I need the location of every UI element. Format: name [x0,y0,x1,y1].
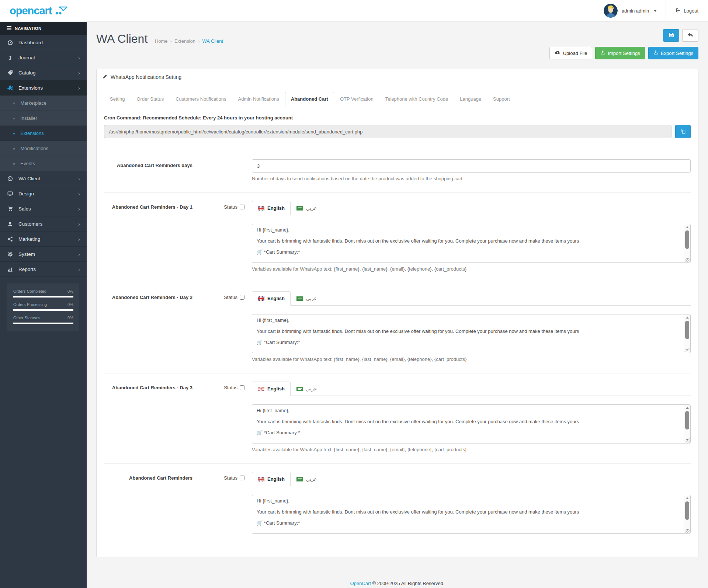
import-settings-label: Import Settings [608,51,640,56]
tab-customers-notifications[interactable]: Customers Notifications [170,92,232,106]
language-tab-bar: English عربي [252,201,691,215]
tab-lang-arabic[interactable]: عربي [291,472,323,486]
import-settings-button[interactable]: Import Settings [595,47,645,59]
status-checkbox-day1[interactable] [240,205,244,209]
tab-lang-english[interactable]: English [252,472,291,486]
cart-icon [7,206,13,212]
tab-lang-english[interactable]: English [252,382,291,396]
lang-tab-label: عربي [306,205,317,211]
logout-button[interactable]: Logout [666,0,708,21]
export-settings-button[interactable]: Export Settings [648,47,698,59]
lang-tab-label: English [267,296,285,301]
resize-grip[interactable] [686,348,690,352]
sidebar-subitem-marketplace[interactable]: » Marketplace [0,95,87,111]
tab-language[interactable]: Language [454,92,487,106]
tab-setting[interactable]: Setting [104,92,131,106]
tab-order-status[interactable]: Order Status [131,92,170,106]
user-menu[interactable]: admin admin [595,0,666,21]
tab-lang-english[interactable]: English [252,201,291,215]
tab-abandoned-cart[interactable]: Abandoned Cart [285,92,334,106]
sidebar-subitem-extensions[interactable]: » Extensions [0,126,87,141]
back-button[interactable] [682,29,698,42]
scrollbar-thumb[interactable] [685,501,689,520]
resize-grip[interactable] [686,258,690,262]
sidebar-item-design[interactable]: Design › [0,186,87,201]
message-textarea-day1[interactable]: Hi {first_name}, Your cart is brimming w… [252,224,691,263]
settings-tab-bar: Setting Order Status Customers Notificat… [104,92,691,106]
tab-lang-english[interactable]: English [252,291,291,306]
sidebar-item-system[interactable]: System › [0,247,87,262]
tab-otp-verfication[interactable]: OTP Verfication [334,92,379,106]
sidebar-item-label: Dashboard [18,40,43,45]
sidebar-item-sales[interactable]: Sales › [0,201,87,216]
sidebar-nav-title: NAVIGATION [15,26,41,31]
sidebar-item-label: Journal [18,55,35,60]
tab-lang-arabic[interactable]: عربي [291,382,323,396]
opencart-footer-link[interactable]: OpenCart [350,581,371,586]
scrollbar[interactable] [684,405,690,443]
scrollbar-thumb[interactable] [685,321,689,339]
sidebar-item-label: Customers [18,221,42,227]
tab-telephone-country-code[interactable]: Telephone with Country Code [379,92,454,106]
scrollbar[interactable] [684,225,690,262]
sidebar-item-reports[interactable]: Reports › [0,262,87,277]
sidebar-item-dashboard[interactable]: Dashboard [0,35,87,50]
scroll-up-arrow[interactable] [684,495,690,501]
stat-label: Orders Completed [13,289,46,293]
tab-lang-arabic[interactable]: عربي [291,291,323,306]
chevron-right-icon: › [78,221,80,227]
sidebar-item-wa-client[interactable]: WA Client › [0,171,87,186]
status-checkbox-general[interactable] [240,476,244,480]
status-checkbox-day3[interactable] [240,385,244,390]
scroll-up-arrow[interactable] [684,225,690,230]
sidebar-item-customers[interactable]: Customers › [0,216,87,232]
breadcrumb-extension[interactable]: Extension [174,38,195,44]
breadcrumb-wa-client[interactable]: WA Client [202,38,223,44]
sidebar-subitem-label: Events [20,161,35,166]
message-textarea-general[interactable]: Hi {first_name}, Your cart is brimming w… [252,495,691,534]
sidebar-subitem-events[interactable]: » Events [0,156,87,171]
upload-file-button[interactable]: Upload File [549,47,593,59]
sidebar-subitem-modifications[interactable]: » Modifications [0,141,87,156]
scrollbar[interactable] [684,495,690,533]
opencart-logo[interactable]: opencart [0,0,87,21]
sidebar-nav-header: NAVIGATION [0,22,87,35]
message-text: Hi {first_name}, Your cart is brimming w… [252,405,684,443]
progress-bar [13,309,73,311]
variables-help: Variables available for WhatsApp text: {… [252,266,691,272]
scroll-up-arrow[interactable] [684,315,690,320]
tab-lang-arabic[interactable]: عربي [291,201,323,215]
sidebar-item-extensions[interactable]: Extensions › [0,80,87,95]
page-title: WA Client [96,32,148,45]
scrollbar[interactable] [684,315,690,352]
message-textarea-day3[interactable]: Hi {first_name}, Your cart is brimming w… [252,404,691,443]
upload-file-label: Upload File [563,51,587,56]
sidebar-item-marketing[interactable]: Marketing › [0,232,87,247]
copy-cron-button[interactable] [675,125,691,138]
reminder-day3-row: Abandoned Cart Reminders - Day 3 Status … [104,373,691,463]
angle-double-right-icon: » [13,146,15,151]
message-textarea-day2[interactable]: Hi {first_name}, Your cart is brimming w… [252,314,691,353]
sidebar-subitem-installer[interactable]: » Installer [0,111,87,126]
cron-command-input[interactable] [104,125,671,138]
avatar [604,4,618,18]
resize-grip[interactable] [686,529,690,533]
scrollbar-thumb[interactable] [685,230,689,249]
sidebar-item-journal[interactable]: J Journal › [0,50,87,65]
sidebar-item-label: Sales [18,206,31,212]
save-button[interactable] [663,29,679,42]
status-checkbox-day2[interactable] [240,295,244,300]
lang-tab-label: English [267,205,285,211]
breadcrumb-home[interactable]: Home [155,38,168,44]
scrollbar-thumb[interactable] [685,411,689,429]
sidebar-item-label: WA Client [18,176,40,181]
sidebar-subitem-label: Modifications [20,146,48,151]
resize-grip[interactable] [686,438,690,443]
sidebar-item-catalog[interactable]: Catalog › [0,65,87,80]
breadcrumb-separator: › [170,38,172,44]
reminder-days-input[interactable] [252,159,691,173]
scroll-up-arrow[interactable] [684,405,690,411]
tab-support[interactable]: Support [487,92,516,106]
tab-admin-notifications[interactable]: Admin Notifications [232,92,285,106]
saudi-flag-icon [296,296,303,301]
